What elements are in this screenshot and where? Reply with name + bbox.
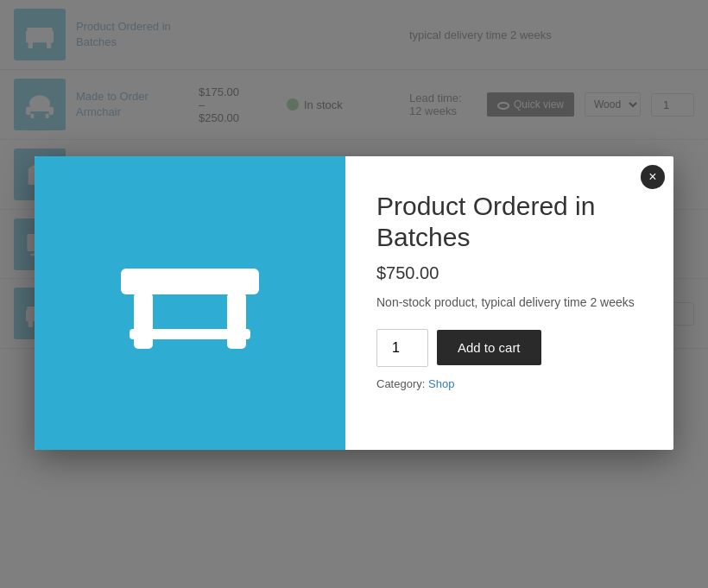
svg-rect-22 [130,329,250,339]
svg-rect-20 [134,293,153,349]
table-icon [104,217,276,389]
modal-category: Category: Shop [376,377,642,390]
modal-description: Non-stock product, typical delivery time… [376,294,642,312]
modal-actions: Add to cart [376,329,642,367]
product-modal: × Product Ordered in Batches $750.00 Non… [35,156,673,450]
modal-product-image [35,156,345,450]
modal-category-link[interactable]: Shop [428,377,454,390]
modal-content: Product Ordered in Batches $750.00 Non-s… [345,156,673,450]
modal-close-button[interactable]: × [641,165,665,189]
modal-price: $750.00 [376,263,642,283]
svg-rect-19 [121,269,259,294]
modal-overlay[interactable]: × Product Ordered in Batches $750.00 Non… [0,0,708,588]
modal-quantity-input[interactable] [376,329,428,367]
add-to-cart-button[interactable]: Add to cart [437,330,541,365]
modal-title: Product Ordered in Batches [376,191,642,253]
svg-rect-21 [227,293,246,349]
